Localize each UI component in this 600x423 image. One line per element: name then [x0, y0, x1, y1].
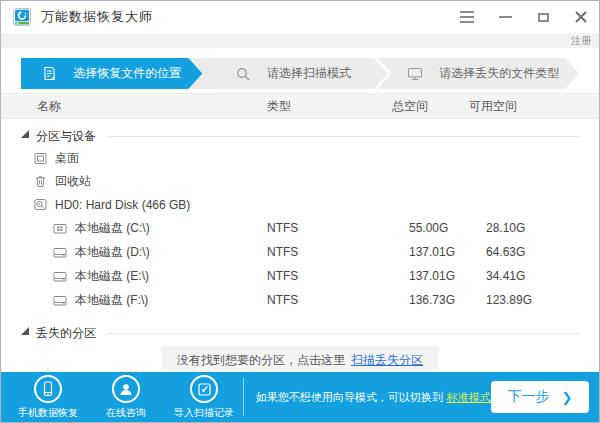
step-scan-mode[interactable]: 请选择扫描模式	[188, 58, 387, 89]
tree-item-label: 桌面	[55, 150, 79, 167]
drive-row-f[interactable]: 本地磁盘 (F:\) NTFS 136.73G 123.89G	[1, 288, 599, 312]
footer-action-label: 手机数据恢复	[18, 406, 78, 420]
drive-label: 本地磁盘 (F:\)	[75, 292, 148, 309]
close-icon[interactable]	[573, 9, 589, 25]
phone-recovery-button[interactable]: 手机数据恢复	[17, 374, 79, 420]
table-header: 名称 类型 总空间 可用空间	[1, 93, 599, 119]
wizard-steps: 选择恢复文件的位置 请选择扫描模式 请选择丢失的文件类型	[21, 58, 579, 89]
drive-type: NTFS	[267, 293, 392, 307]
tree-item-harddisk[interactable]: HD0: Hard Disk (466 GB)	[1, 193, 599, 216]
lost-partition-message-box: 没有找到想要的分区，点击这里扫描丢失分区	[161, 346, 439, 375]
column-header-total[interactable]: 总空间	[392, 98, 469, 115]
app-logo-icon	[11, 8, 31, 26]
standard-mode-link[interactable]: 标准模式	[447, 391, 491, 403]
scan-lost-partition-link[interactable]: 扫描丢失分区	[351, 353, 423, 367]
maximize-icon[interactable]	[535, 9, 551, 25]
drive-total: 137.01G	[392, 269, 469, 283]
step-label: 请选择扫描模式	[267, 65, 351, 82]
step-select-location[interactable]: 选择恢复文件的位置	[21, 58, 202, 89]
drive-type: NTFS	[267, 221, 392, 235]
online-support-button[interactable]: 在线咨询	[95, 374, 157, 420]
drive-label: 本地磁盘 (D:\)	[75, 244, 150, 261]
chevron-right-icon: ❯	[561, 390, 572, 405]
drive-free: 123.89G	[469, 293, 599, 307]
drive-icon	[53, 294, 67, 307]
drive-row-d[interactable]: 本地磁盘 (D:\) NTFS 137.01G 64.63G	[1, 240, 599, 264]
lost-partition-message: 没有找到想要的分区，点击这里	[177, 353, 345, 367]
drive-free: 28.10G	[469, 221, 599, 235]
drive-type: NTFS	[267, 245, 392, 259]
title-bar: 万能数据恢复大师	[1, 1, 599, 33]
minimize-icon[interactable]	[497, 9, 513, 25]
monitor-icon	[407, 67, 423, 81]
menu-icon[interactable]	[459, 9, 475, 25]
drive-total: 137.01G	[392, 245, 469, 259]
import-icon	[190, 375, 218, 403]
drive-total: 55.00G	[392, 221, 469, 235]
step-file-type[interactable]: 请选择丢失的文件类型	[378, 58, 579, 89]
person-icon	[112, 375, 140, 403]
drive-windows-icon	[53, 222, 67, 235]
document-icon	[42, 66, 57, 81]
footer-divider	[243, 378, 244, 416]
search-icon	[235, 66, 251, 82]
drive-type: NTFS	[267, 269, 392, 283]
tree-item-label: 回收站	[55, 173, 91, 190]
section-lost-partitions[interactable]: 丢失的分区	[1, 322, 599, 344]
footer-action-label: 导入扫描记录	[174, 406, 234, 420]
phone-icon	[34, 375, 62, 403]
mode-hint: 如果您不想使用向导模式，可以切换到标准模式	[256, 390, 491, 405]
window-title: 万能数据恢复大师	[41, 8, 153, 26]
drive-icon	[53, 270, 67, 283]
tree-item-label: HD0: Hard Disk (466 GB)	[55, 198, 190, 212]
recycle-bin-icon	[34, 175, 47, 188]
drive-row-e[interactable]: 本地磁盘 (E:\) NTFS 137.01G 34.41G	[1, 264, 599, 288]
drive-total: 136.73G	[392, 293, 469, 307]
app-window: 万能数据恢复大师 注册 选择恢复文件的位置	[0, 0, 600, 423]
drive-label: 本地磁盘 (C:\)	[75, 220, 150, 237]
column-header-name[interactable]: 名称	[1, 98, 267, 115]
drive-icon	[53, 246, 67, 259]
section-devices[interactable]: 分区与设备	[1, 125, 599, 147]
expander-icon[interactable]	[21, 327, 29, 335]
column-header-free[interactable]: 可用空间	[469, 98, 599, 115]
step-label: 选择恢复文件的位置	[73, 65, 181, 82]
tree-item-desktop[interactable]: 桌面	[1, 147, 599, 170]
register-strip: 注册	[1, 33, 599, 48]
tree-item-recycle-bin[interactable]: 回收站	[1, 170, 599, 193]
next-step-button[interactable]: 下一步 ❯	[491, 381, 589, 413]
drive-free: 34.41G	[469, 269, 599, 283]
drive-free: 64.63G	[469, 245, 599, 259]
harddisk-icon	[34, 198, 47, 211]
expander-icon[interactable]	[21, 130, 29, 138]
footer-action-label: 在线咨询	[106, 406, 146, 420]
drive-label: 本地磁盘 (E:\)	[75, 268, 149, 285]
import-scan-record-button[interactable]: 导入扫描记录	[173, 374, 235, 420]
step-label: 请选择丢失的文件类型	[439, 65, 559, 82]
desktop-icon	[34, 152, 47, 165]
footer-bar: 手机数据恢复 在线咨询	[1, 372, 599, 422]
drive-row-c[interactable]: 本地磁盘 (C:\) NTFS 55.00G 28.10G	[1, 216, 599, 240]
column-header-type[interactable]: 类型	[267, 98, 392, 115]
register-link[interactable]: 注册	[571, 35, 591, 46]
